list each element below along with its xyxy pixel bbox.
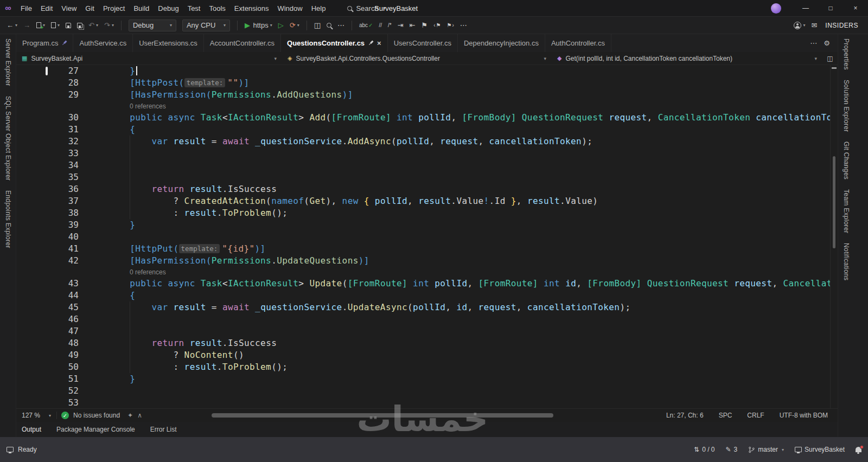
close-tab-button[interactable]: × (377, 39, 381, 47)
code-line-52[interactable]: 52 (16, 385, 838, 397)
code-line-43[interactable]: 43 public async Task<IActionResult> Upda… (16, 278, 838, 290)
git-branch-button[interactable]: master ▾ (748, 446, 784, 453)
panel-tab-output[interactable]: Output (22, 426, 41, 433)
bookmark-overflow-button[interactable]: ⋯ (458, 20, 469, 30)
line-number[interactable]: 30 (48, 112, 79, 124)
line-number[interactable]: 49 (48, 349, 79, 361)
code-line-34[interactable]: 34 (16, 159, 838, 171)
menu-view[interactable]: View (57, 0, 81, 16)
code-line-38[interactable]: 38 : result.ToProblem(); (16, 207, 838, 219)
feedback-button[interactable]: ✉ (809, 20, 819, 30)
line-number[interactable]: 39 (48, 219, 79, 231)
tab-dependencyinjection-cs[interactable]: DependencyInjection.cs (458, 34, 545, 52)
code-line-49[interactable]: 49 ? NoContent() (16, 349, 838, 361)
toggle-bookmark-button[interactable]: ⚑ (419, 20, 430, 30)
menu-help[interactable]: Help (307, 0, 330, 16)
tab-authcontroller-cs[interactable]: AuthController.cs (545, 34, 611, 52)
code-line-51[interactable]: 51 } (16, 373, 838, 385)
breakpoint-margin[interactable] (16, 231, 48, 243)
line-number[interactable]: 29 (48, 89, 79, 101)
breakpoint-margin[interactable] (16, 361, 48, 373)
spell-check-button[interactable]: abc✓ (357, 21, 375, 29)
tab-overflow-button[interactable]: ⋯ (810, 39, 817, 47)
line-ending-indicator[interactable]: CRLF (747, 412, 764, 419)
tool-tab-sql-server-object-explorer[interactable]: SQL Server Object Explorer (4, 96, 12, 181)
code-line-42[interactable]: 42 [HasPermission(Permissions.UpdateQues… (16, 255, 838, 267)
code-cleanup-button[interactable]: ✦ (127, 412, 133, 419)
tab-settings-button[interactable]: ⚙ (824, 39, 830, 47)
platform-dropdown[interactable]: Any CPU▾ (182, 20, 230, 31)
new-file-button[interactable]: ▾ (34, 21, 47, 29)
breakpoint-margin[interactable] (16, 65, 48, 77)
split-editor-button[interactable]: ◫ (822, 55, 838, 62)
tab-userscontroller-cs[interactable]: UsersController.cs (388, 34, 458, 52)
line-number[interactable]: 41 (48, 243, 79, 255)
code-line-47[interactable]: 47 (16, 325, 838, 337)
breakpoint-margin[interactable] (16, 290, 48, 301)
repository-button[interactable]: SurveyBasket (795, 446, 845, 453)
next-bookmark-button[interactable]: ⚑› (444, 21, 456, 29)
code-line-28[interactable]: 28 [HttpPost(template:"")] (16, 77, 838, 89)
uncomment-button[interactable]: /* (386, 21, 394, 29)
line-number[interactable]: 38 (48, 207, 79, 219)
minimize-button[interactable]: — (793, 0, 818, 16)
code-line-31[interactable]: 31 { (16, 124, 838, 136)
navigate-back-button[interactable]: ←▾ (4, 20, 20, 30)
breakpoint-margin[interactable] (16, 301, 48, 313)
line-number[interactable]: 28 (48, 77, 79, 89)
pin-tab-button[interactable] (367, 39, 375, 47)
line-number[interactable]: 52 (48, 385, 79, 397)
menu-file[interactable]: File (16, 0, 36, 16)
breakpoint-margin[interactable] (16, 77, 48, 89)
close-button[interactable]: × (843, 0, 868, 16)
navigate-forward-button[interactable]: → (21, 20, 33, 30)
editor-vertical-scrollbar[interactable] (830, 65, 838, 408)
breakpoint-margin[interactable] (16, 349, 48, 361)
line-number[interactable]: 34 (48, 159, 79, 171)
code-line-48[interactable]: 48 return result.IsSuccess (16, 337, 838, 349)
toolbar-overflow-button[interactable]: ⋯ (335, 20, 347, 30)
tool-tab-solution-explorer[interactable]: Solution Explorer (843, 80, 850, 132)
start-debugging-button[interactable]: ▶ https▾ (242, 20, 275, 30)
pending-edits-button[interactable]: ✎ 3 (726, 446, 738, 453)
encoding-indicator[interactable]: UTF-8 with BOM (780, 412, 828, 419)
tool-tab-git-changes[interactable]: Git Changes (843, 142, 850, 179)
issues-label[interactable]: No issues found (73, 412, 120, 419)
code-line-41[interactable]: 41 [HttpPut(template:"{id}")] (16, 243, 838, 255)
indent-button[interactable]: ⇥ (395, 20, 406, 30)
tool-tab-endpoints-explorer[interactable]: Endpoints Explorer (4, 190, 12, 248)
breakpoint-margin[interactable] (16, 207, 48, 219)
debug-configuration-dropdown[interactable]: Debug▾ (129, 20, 176, 31)
menu-build[interactable]: Build (129, 0, 154, 16)
zoom-dropdown[interactable]: 127 %▾ (22, 412, 57, 419)
tool-tab-notifications[interactable]: Notifications (843, 243, 850, 280)
project-dropdown[interactable]: ▦ SurveyBasket.Api ▾ (16, 52, 282, 65)
breakpoint-margin[interactable] (16, 159, 48, 171)
code-line-53[interactable]: 53 (16, 397, 838, 408)
breakpoint-margin[interactable] (16, 325, 48, 337)
save-all-button[interactable] (75, 22, 85, 29)
save-button[interactable] (63, 22, 73, 29)
code-line-40[interactable]: 40 (16, 231, 838, 243)
line-number[interactable]: 35 (48, 171, 79, 183)
vertical-scrollbar-thumb[interactable] (833, 156, 835, 248)
breakpoint-margin[interactable] (16, 183, 48, 195)
code-line-39[interactable]: 39 } (16, 219, 838, 231)
menu-project[interactable]: Project (99, 0, 129, 16)
code-line-33[interactable]: 33 (16, 147, 838, 159)
menu-test[interactable]: Test (183, 0, 205, 16)
codelens-references[interactable]: 0 references (16, 101, 838, 112)
breakpoint-margin[interactable] (16, 219, 48, 231)
line-number[interactable]: 27 (48, 65, 79, 77)
code-line-45[interactable]: 45 var result = await _questionService.U… (16, 301, 838, 313)
breakpoint-margin[interactable] (16, 397, 48, 408)
live-share-button[interactable]: ▾ (792, 21, 807, 30)
undo-button[interactable]: ↶▾ (86, 20, 100, 30)
code-line-36[interactable]: 36 return result.IsSuccess (16, 183, 838, 195)
line-number[interactable]: 51 (48, 373, 79, 385)
line-number[interactable]: 50 (48, 361, 79, 373)
line-number[interactable]: 33 (48, 147, 79, 159)
breakpoint-margin[interactable] (16, 136, 48, 147)
breakpoint-margin[interactable] (16, 195, 48, 207)
code-line-35[interactable]: 35 (16, 171, 838, 183)
